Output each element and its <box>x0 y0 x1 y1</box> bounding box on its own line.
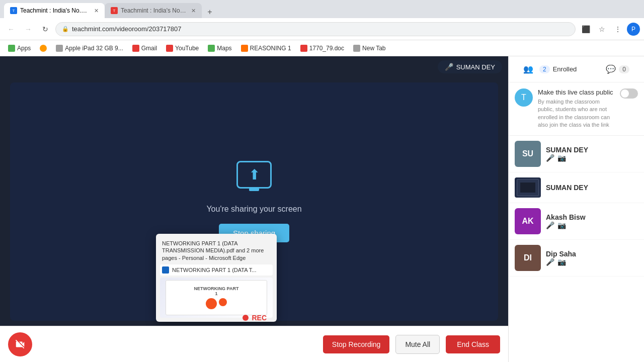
bottom-bar: Stop Recording Mute All End Class <box>0 326 508 362</box>
bookmark-ipad-label: Apple iPad 32 GB 9... <box>65 45 123 52</box>
ipad-icon <box>56 45 63 52</box>
popup-tab-title: NETWORKING PART 1 (DATA T... <box>172 267 271 273</box>
sidebar-tab-chat[interactable]: 💬 0 <box>600 61 635 77</box>
end-class-button[interactable]: End Class <box>446 335 500 353</box>
address-text: teachmint.com/videoroom/203717807 <box>72 25 182 33</box>
top-bar: 🎤 SUMAN DEY <box>0 56 508 77</box>
public-toggle-switch[interactable] <box>620 88 638 99</box>
participant-controls: 🎤 📷 <box>546 258 638 266</box>
tab-2-close[interactable]: ✕ <box>191 8 196 14</box>
chat-count: 0 <box>619 65 629 73</box>
cam-muted-icon: 📷 <box>557 221 566 229</box>
participant-item: DI Dip Saha 🎤 📷 <box>509 240 644 277</box>
bookmark-maps[interactable]: Maps <box>204 43 235 53</box>
tab-strip: T Teachmint : India's No.1 Online... ✕ T… <box>0 0 644 18</box>
main-content: 🎤 SUMAN DEY ⬆ You're sharing your screen… <box>0 56 644 362</box>
speaker-name: SUMAN DEY <box>456 63 495 71</box>
bookmark-newtab[interactable]: New Tab <box>349 43 389 53</box>
rec-dot <box>243 315 249 321</box>
share-text: You're sharing your screen <box>206 205 301 214</box>
tab-1-title: Teachmint : India's No.1 Online... <box>20 7 89 14</box>
bookmark-youtube-label: YouTube <box>175 45 199 52</box>
sidebar-header: 👥 2 Enrolled 💬 0 <box>509 56 644 82</box>
public-toggle-text: Make this live class public By making th… <box>538 88 615 129</box>
mute-all-button[interactable]: Mute All <box>395 335 440 354</box>
reload-button[interactable]: ↻ <box>38 22 52 36</box>
bookmark-reasoning-label: REASONING 1 <box>250 45 291 52</box>
flag-icon <box>40 45 47 52</box>
bookmarks-bar: Apps Apple iPad 32 GB 9... Gmail YouTube… <box>0 40 644 56</box>
bookmark-gmail[interactable]: Gmail <box>128 43 161 53</box>
mic-muted-icon: 🎤 <box>546 221 554 229</box>
mic-on-icon: 🎤 <box>546 154 554 162</box>
circle-orange <box>206 298 217 309</box>
address-bar-row: ← → ↻ 🔒 teachmint.com/videoroom/20371780… <box>0 18 644 40</box>
preview-circles <box>206 298 227 309</box>
rec-badge: REC <box>243 314 267 322</box>
participant-controls: 🎤 📷 <box>546 221 638 229</box>
participant-avatar: SU <box>515 141 541 167</box>
address-bar[interactable]: 🔒 teachmint.com/videoroom/203717807 <box>55 22 576 36</box>
bookmark-flag[interactable] <box>36 43 51 53</box>
popup-preview: NETWORKING PART 1 <box>160 278 273 318</box>
participant-name: SUMAN DEY <box>546 146 638 154</box>
sidebar-tab-enrolled[interactable]: 👥 2 Enrolled <box>517 61 583 77</box>
tab-2-favicon: T <box>111 7 118 14</box>
popup-tab[interactable]: NETWORKING PART 1 (DATA T... <box>160 264 273 276</box>
tab-1[interactable]: T Teachmint : India's No.1 Online... ✕ <box>4 3 105 18</box>
popup-preview-image: NETWORKING PART 1 <box>160 278 273 318</box>
participant-controls: 🎤 📷 <box>546 154 638 162</box>
popup-title: NETWORKING PART 1 (DATA TRANSMISSION MED… <box>160 238 273 264</box>
new-tab-button[interactable]: + <box>204 6 216 18</box>
popup-tab-favicon <box>162 266 169 274</box>
bookmark-apps-label: Apps <box>17 45 31 52</box>
more-icon[interactable]: ⋮ <box>611 22 625 36</box>
enrolled-text: Enrolled <box>553 65 577 73</box>
rec-text: REC <box>252 314 267 322</box>
lock-icon: 🔒 <box>62 26 69 32</box>
public-toggle-row: T Make this live class public By making … <box>509 82 644 136</box>
bookmark-doc[interactable]: 1770_79.doc <box>296 43 348 53</box>
maps-icon <box>208 45 215 52</box>
participant-info: Dip Saha 🎤 📷 <box>546 250 638 266</box>
tab-1-close[interactable]: ✕ <box>94 8 99 14</box>
public-toggle-label: Make this live class public <box>538 88 615 96</box>
screen-preview <box>515 177 541 198</box>
profile-icon[interactable]: P <box>627 23 640 36</box>
apps-icon <box>8 45 15 52</box>
mini-screen-content <box>520 183 535 193</box>
gmail-icon <box>132 45 139 52</box>
mini-screen <box>517 179 539 196</box>
newtab-icon <box>353 45 360 52</box>
bookmark-icon[interactable]: ☆ <box>595 22 609 36</box>
chat-icon: 💬 <box>606 64 616 74</box>
bookmark-youtube[interactable]: YouTube <box>162 43 203 53</box>
forward-button[interactable]: → <box>21 22 35 36</box>
mic-muted-icon: 🎤 <box>546 258 554 266</box>
cast-icon[interactable]: ⬛ <box>579 22 593 36</box>
bookmark-reasoning[interactable]: REASONING 1 <box>237 43 295 53</box>
doc-icon <box>300 45 307 52</box>
participant-name: SUMAN DEY <box>546 184 638 192</box>
bookmark-doc-label: 1770_79.doc <box>309 45 344 52</box>
back-button[interactable]: ← <box>4 22 18 36</box>
taskbar-popup: NETWORKING PART 1 (DATA TRANSMISSION MED… <box>156 234 277 322</box>
youtube-icon <box>166 45 173 52</box>
enrolled-count: 2 <box>539 65 550 73</box>
bookmark-gmail-label: Gmail <box>141 45 157 52</box>
bookmark-newtab-label: New Tab <box>362 45 385 52</box>
bookmark-apps[interactable]: Apps <box>4 43 35 53</box>
enrolled-icon: 👥 <box>523 64 533 74</box>
participant-item: AK Akash Bisw 🎤 📷 <box>509 203 644 240</box>
toolbar-icons: ⬛ ☆ ⋮ P <box>579 22 640 36</box>
speaker-mic-icon: 🎤 <box>445 63 453 71</box>
screen-preview-inner <box>515 177 541 198</box>
speaker-badge: 🎤 SUMAN DEY <box>438 60 502 73</box>
screen-share-icon-box: ⬆ <box>236 161 272 189</box>
tab-2[interactable]: T Teachmint : India's No.1 Onl... ✕ <box>105 3 202 18</box>
preview-content: NETWORKING PART 1 <box>194 286 239 309</box>
video-toggle-button[interactable] <box>8 332 32 356</box>
tab-2-title: Teachmint : India's No.1 Onl... <box>121 7 186 14</box>
stop-recording-button[interactable]: Stop Recording <box>323 335 390 353</box>
bookmark-ipad[interactable]: Apple iPad 32 GB 9... <box>52 43 127 53</box>
